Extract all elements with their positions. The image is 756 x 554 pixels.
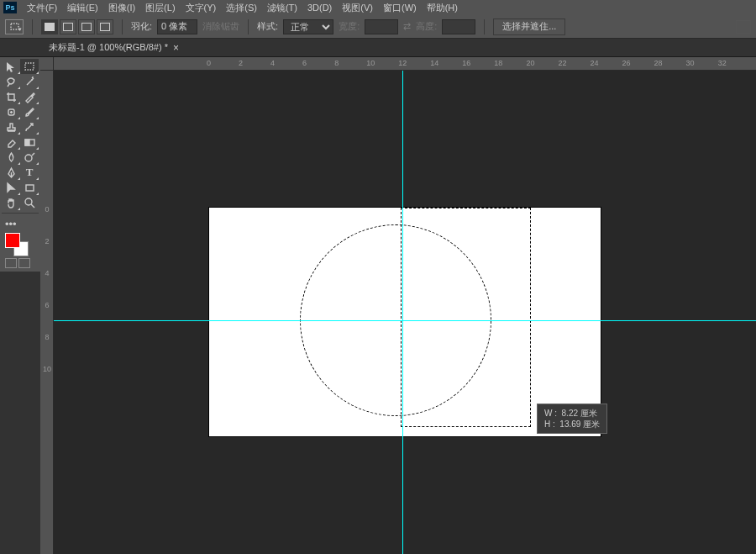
guide-vertical[interactable]	[402, 71, 403, 554]
standard-mode-button[interactable]	[5, 258, 17, 268]
menu-help[interactable]: 帮助(H)	[422, 0, 463, 16]
options-bar: ▾ 羽化: 消除锯齿 样式: 正常 宽度: ⇄ 高度: 选择并遮住...	[0, 15, 756, 39]
lasso-tool[interactable]	[2, 74, 20, 89]
move-tool[interactable]	[2, 59, 20, 74]
chevron-down-icon: ▾	[18, 26, 22, 33]
selection-intersect-button[interactable]	[97, 19, 113, 34]
magic-wand-tool[interactable]	[20, 74, 39, 89]
menu-image[interactable]: 图像(I)	[103, 0, 140, 16]
separator	[2, 213, 39, 214]
menu-window[interactable]: 窗口(W)	[378, 0, 422, 16]
hand-tool[interactable]	[2, 195, 20, 210]
menu-view[interactable]: 视图(V)	[337, 0, 378, 16]
quickmask-mode-button[interactable]	[18, 258, 30, 268]
document-tab[interactable]: 未标题-1 @ 100%(RGB/8#) * ×	[42, 39, 186, 56]
swap-wh-icon: ⇄	[403, 21, 411, 32]
svg-rect-1	[25, 63, 34, 70]
edit-toolbar-button[interactable]: •••	[2, 216, 20, 231]
path-selection-tool[interactable]	[2, 180, 20, 195]
menu-filter[interactable]: 滤镜(T)	[262, 0, 302, 16]
menu-edit[interactable]: 编辑(E)	[62, 0, 103, 16]
app-icon: Ps	[3, 2, 17, 13]
svg-rect-4	[25, 140, 29, 145]
gradient-tool[interactable]	[20, 135, 39, 150]
brush-tool[interactable]	[20, 104, 39, 119]
shape-tool[interactable]	[20, 180, 39, 195]
marquee-tool[interactable]	[20, 59, 39, 74]
healing-brush-tool[interactable]	[2, 104, 20, 119]
feather-label: 羽化:	[131, 20, 152, 33]
ruler-origin[interactable]	[40, 57, 54, 71]
selection-subtract-button[interactable]	[78, 19, 95, 34]
antialias-label: 消除锯齿	[202, 20, 239, 33]
canvas-area[interactable]: W : 8.22 厘米 H : 13.69 厘米	[54, 71, 756, 554]
quickmask-group	[2, 256, 39, 270]
ruler-vertical[interactable]: 0246810	[40, 71, 54, 554]
style-label: 样式:	[257, 20, 278, 33]
history-brush-tool[interactable]	[20, 119, 39, 135]
menu-select[interactable]: 选择(S)	[221, 0, 262, 16]
svg-rect-0	[11, 24, 18, 29]
menu-type[interactable]: 文字(Y)	[181, 0, 222, 16]
menu-layer[interactable]: 图层(L)	[140, 0, 180, 16]
separator	[248, 19, 249, 34]
svg-point-5	[25, 155, 32, 161]
menubar: Ps 文件(F) 编辑(E) 图像(I) 图层(L) 文字(Y) 选择(S) 滤…	[0, 0, 756, 15]
separator	[484, 19, 485, 34]
color-swatches	[2, 231, 39, 256]
zoom-tool[interactable]	[20, 195, 39, 210]
width-label: 宽度:	[339, 20, 360, 33]
document-tab-title: 未标题-1 @ 100%(RGB/8#) *	[49, 41, 168, 54]
style-select[interactable]: 正常	[283, 19, 333, 34]
eyedropper-tool[interactable]	[20, 89, 39, 104]
blur-tool[interactable]	[2, 150, 20, 165]
pen-tool[interactable]	[2, 165, 20, 180]
crop-tool[interactable]	[2, 89, 20, 104]
menu-3d[interactable]: 3D(D)	[302, 1, 337, 14]
close-icon[interactable]: ×	[173, 42, 179, 54]
menu-file[interactable]: 文件(F)	[22, 0, 62, 16]
panel-toggle-button[interactable]	[736, 20, 751, 34]
active-selection-rect	[401, 208, 531, 427]
selection-readout: W : 8.22 厘米 H : 13.69 厘米	[537, 404, 607, 434]
selection-new-button[interactable]	[41, 19, 58, 34]
width-input	[365, 19, 398, 34]
workspace: 02468101214161820222426283032 0246810 W …	[40, 57, 756, 554]
stamp-tool[interactable]	[2, 119, 20, 135]
selection-add-button[interactable]	[60, 19, 76, 34]
foreground-color[interactable]	[5, 233, 20, 248]
active-tool-thumb[interactable]: ▾	[5, 19, 24, 34]
document-canvas[interactable]	[209, 208, 601, 436]
selection-mode-group	[41, 19, 113, 34]
dodge-tool[interactable]	[20, 150, 39, 165]
select-and-mask-button[interactable]: 选择并遮住...	[493, 18, 565, 35]
eraser-tool[interactable]	[2, 135, 20, 150]
separator	[32, 19, 33, 34]
svg-rect-6	[26, 185, 34, 191]
toolbox: T •••	[0, 57, 40, 272]
height-label: 高度:	[416, 20, 437, 33]
guide-horizontal[interactable]	[54, 320, 756, 321]
type-tool[interactable]: T	[20, 165, 39, 180]
separator	[122, 19, 123, 34]
document-tabbar: 未标题-1 @ 100%(RGB/8#) * ×	[0, 39, 756, 57]
feather-input[interactable]	[157, 19, 197, 34]
ruler-horizontal[interactable]: 02468101214161820222426283032	[54, 57, 756, 71]
height-input	[442, 19, 475, 34]
svg-point-7	[25, 198, 32, 205]
